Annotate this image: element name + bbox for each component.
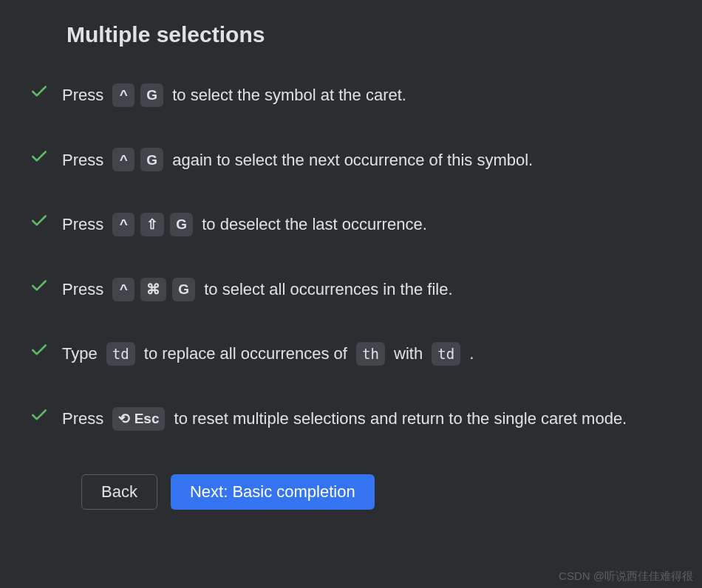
text-part: Press	[62, 81, 108, 110]
key-ctrl: ^	[112, 278, 134, 301]
step-item: Press ^ G to select the symbol at the ca…	[30, 81, 672, 110]
next-button[interactable]: Next: Basic completion	[171, 474, 375, 510]
shortcut-group: ^ ⇧ G	[111, 213, 194, 236]
button-row: Back Next: Basic completion	[81, 474, 672, 510]
key-ctrl: ^	[112, 213, 134, 236]
key-g: G	[140, 148, 163, 171]
text-part: again to select the next occurrence of t…	[168, 146, 533, 175]
text-part: to select the symbol at the caret.	[168, 81, 406, 110]
text-part: Press	[62, 146, 108, 175]
shortcut-group: ^ G	[111, 83, 165, 107]
page-title: Multiple selections	[67, 22, 672, 47]
step-item: Press ⟲ Esc to reset multiple selections…	[30, 404, 672, 434]
check-icon	[30, 276, 49, 295]
check-icon	[30, 147, 49, 166]
text-part: to reset multiple selections and return …	[169, 404, 627, 434]
code-td: td	[432, 342, 460, 366]
step-text: Press ^ ⌘ G to select all occurrences in…	[62, 275, 453, 304]
steps-list: Press ^ G to select the symbol at the ca…	[30, 81, 672, 434]
step-item: Type td to replace all occurrences of th…	[30, 339, 672, 369]
text-part: Press	[62, 210, 108, 239]
text-part: Press	[62, 404, 108, 434]
step-text: Press ⟲ Esc to reset multiple selections…	[62, 404, 627, 434]
check-icon	[30, 82, 49, 101]
step-text: Press ^ ⇧ G to deselect the last occurre…	[62, 210, 427, 239]
check-icon	[30, 211, 49, 230]
text-part: with	[389, 339, 427, 369]
key-shift: ⇧	[140, 213, 164, 236]
key-ctrl: ^	[112, 83, 134, 107]
shortcut-group: ^ G	[111, 148, 165, 171]
check-icon	[30, 341, 49, 360]
shortcut-group: ^ ⌘ G	[111, 278, 197, 301]
key-g: G	[172, 278, 195, 301]
text-part: to select all occurrences in the file.	[200, 275, 452, 304]
step-item: Press ^ ⇧ G to deselect the last occurre…	[30, 210, 672, 239]
text-part: to replace all occurrences of	[140, 339, 352, 369]
step-text: Press ^ G again to select the next occur…	[62, 146, 533, 175]
key-ctrl: ^	[112, 148, 134, 171]
key-g: G	[170, 213, 193, 236]
key-esc: ⟲ Esc	[112, 407, 165, 431]
back-button[interactable]: Back	[81, 474, 157, 510]
step-item: Press ^ ⌘ G to select all occurrences in…	[30, 275, 672, 304]
text-part: Type	[62, 339, 102, 369]
text-part: Press	[62, 275, 108, 304]
step-text: Type td to replace all occurrences of th…	[62, 339, 474, 369]
key-g: G	[140, 83, 163, 107]
code-td: td	[106, 342, 135, 366]
text-part: to deselect the last occurrence.	[197, 210, 427, 239]
watermark: CSDN @听说西佳佳难得很	[559, 570, 693, 584]
text-part: .	[465, 339, 474, 369]
step-text: Press ^ G to select the symbol at the ca…	[62, 81, 406, 110]
check-icon	[30, 406, 49, 425]
code-th: th	[356, 342, 385, 366]
key-cmd: ⌘	[140, 278, 166, 301]
step-item: Press ^ G again to select the next occur…	[30, 146, 672, 175]
